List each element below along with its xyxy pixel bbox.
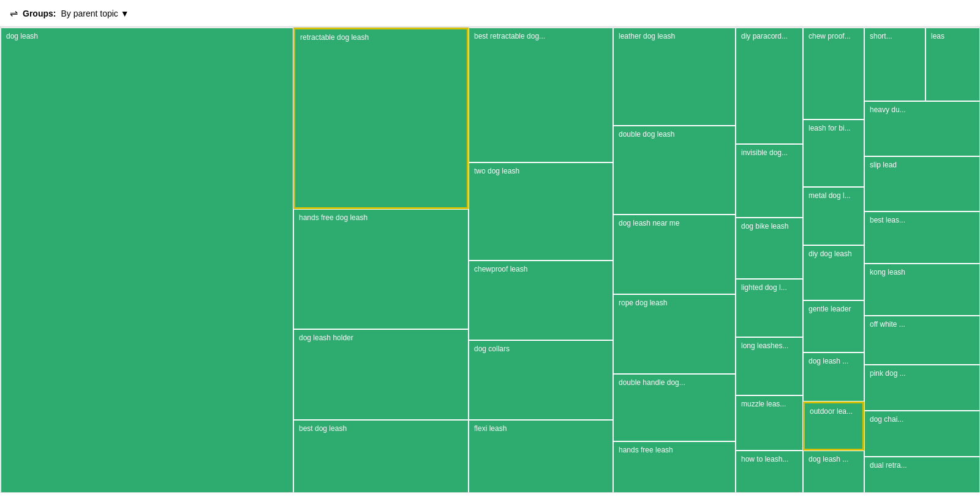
cell-label-diy-paracord: diy paracord... (741, 32, 797, 40)
cell-label-best-leas: best leas... (870, 216, 975, 224)
dropdown-arrow-icon: ▼ (121, 9, 129, 18)
cell-label-leas: leas (931, 32, 975, 40)
treemap-cell-double-dog-leash[interactable]: double dog leash (613, 126, 736, 215)
treemap-cell-dual-retra[interactable]: dual retra... (864, 457, 980, 493)
cell-label-flexi-leash: flexi leash (474, 424, 608, 433)
filter-icon: ⇌ (10, 7, 18, 19)
treemap-cell-hands-free-leash[interactable]: hands free leash (613, 441, 736, 493)
cell-label-dog-leash-small1: dog leash ... (809, 357, 859, 365)
treemap-cell-best-dog-leash[interactable]: best dog leash (293, 420, 469, 493)
treemap-cell-two-dog-leash[interactable]: two dog leash (469, 162, 613, 261)
treemap-cell-off-white[interactable]: off white ... (864, 316, 980, 365)
cell-label-dog-leash: dog leash (6, 32, 288, 40)
treemap-cell-dog-leash-holder[interactable]: dog leash holder (293, 329, 469, 420)
treemap-cell-lighted-dog-l[interactable]: lighted dog l... (736, 279, 803, 337)
cell-label-chew-proof: chew proof... (809, 32, 859, 40)
cell-label-pink-dog: pink dog ... (870, 369, 975, 378)
cell-label-dog-collars: dog collars (474, 345, 608, 353)
treemap-cell-short[interactable]: short... (864, 28, 925, 101)
treemap-cell-slip-lead[interactable]: slip lead (864, 156, 980, 211)
groups-dropdown[interactable]: By parent topic ▼ (61, 9, 129, 18)
cell-label-double-handle-dog: double handle dog... (619, 378, 730, 387)
treemap-cell-best-retractable-dog[interactable]: best retractable dog... (469, 28, 613, 162)
treemap-cell-outdoor-lea[interactable]: outdoor lea... (803, 402, 864, 451)
cell-label-muzzle-leas: muzzle leas... (741, 400, 797, 408)
cell-label-dog-leash-holder: dog leash holder (299, 333, 463, 342)
groups-label: Groups: (23, 9, 56, 18)
treemap-cell-leash-for-bi[interactable]: leash for bi... (803, 120, 864, 187)
treemap-cell-diy-paracord[interactable]: diy paracord... (736, 28, 803, 144)
treemap-cell-rope-dog-leash[interactable]: rope dog leash (613, 294, 736, 374)
cell-label-diy-dog-leash: diy dog leash (809, 250, 859, 258)
treemap-cell-long-leashes[interactable]: long leashes... (736, 337, 803, 395)
treemap-cell-pink-dog[interactable]: pink dog ... (864, 365, 980, 411)
cell-label-kong-leash: kong leash (870, 268, 975, 276)
cell-label-outdoor-lea: outdoor lea... (810, 407, 858, 416)
cell-label-dual-retra: dual retra... (870, 461, 975, 470)
treemap-cell-leas[interactable]: leas (925, 28, 980, 101)
cell-label-dog-chai: dog chai... (870, 415, 975, 424)
treemap-cell-best-leas[interactable]: best leas... (864, 211, 980, 264)
cell-label-double-dog-leash: double dog leash (619, 130, 730, 139)
cell-label-two-dog-leash: two dog leash (474, 167, 608, 175)
treemap-cell-diy-dog-leash[interactable]: diy dog leash (803, 245, 864, 300)
cell-label-long-leashes: long leashes... (741, 341, 797, 350)
cell-label-best-dog-leash: best dog leash (299, 424, 463, 433)
treemap-cell-hands-free-dog-leash[interactable]: hands free dog leash (293, 209, 469, 329)
cell-label-heavy-du: heavy du... (870, 105, 975, 114)
treemap-cell-flexi-leash[interactable]: flexi leash (469, 420, 613, 493)
treemap-cell-heavy-du[interactable]: heavy du... (864, 101, 980, 156)
treemap-cell-invisible-dog[interactable]: invisible dog... (736, 144, 803, 218)
treemap-cell-dog-chai[interactable]: dog chai... (864, 411, 980, 457)
treemap-cell-gentle-leader[interactable]: gentle leader (803, 300, 864, 352)
cell-label-slip-lead: slip lead (870, 161, 975, 169)
treemap-cell-how-to-leash[interactable]: how to leash... (736, 451, 803, 493)
groups-value: By parent topic (61, 9, 118, 18)
cell-label-lighted-dog-l: lighted dog l... (741, 283, 797, 292)
treemap-cell-dog-leash[interactable]: dog leash (1, 28, 293, 493)
treemap-cell-dog-leash-near-me[interactable]: dog leash near me (613, 215, 736, 294)
cell-label-gentle-leader: gentle leader (809, 305, 859, 313)
treemap-cell-muzzle-leas[interactable]: muzzle leas... (736, 395, 803, 451)
cell-label-short: short... (870, 32, 920, 40)
cell-label-dog-leash-near-me: dog leash near me (619, 219, 730, 227)
header: ⇌ Groups: By parent topic ▼ (0, 0, 980, 27)
cell-label-retractable-dog-leash: retractable dog leash (300, 33, 462, 42)
treemap-cell-double-handle-dog[interactable]: double handle dog... (613, 374, 736, 441)
cell-label-off-white: off white ... (870, 320, 975, 329)
treemap-cell-dog-collars[interactable]: dog collars (469, 340, 613, 420)
cell-label-dog-bike-leash: dog bike leash (741, 222, 797, 230)
cell-label-dog-leash-small2: dog leash ... (809, 455, 859, 463)
treemap-cell-metal-dog-l[interactable]: metal dog l... (803, 187, 864, 245)
treemap-cell-kong-leash[interactable]: kong leash (864, 264, 980, 316)
cell-label-hands-free-leash: hands free leash (619, 446, 730, 454)
cell-label-leather-dog-leash: leather dog leash (619, 32, 730, 40)
cell-label-how-to-leash: how to leash... (741, 455, 797, 463)
cell-label-invisible-dog: invisible dog... (741, 148, 797, 157)
treemap-cell-chewproof-leash[interactable]: chewproof leash (469, 261, 613, 340)
treemap-cell-dog-bike-leash[interactable]: dog bike leash (736, 218, 803, 279)
treemap-cell-chew-proof[interactable]: chew proof... (803, 28, 864, 120)
treemap-cell-dog-leash-small1[interactable]: dog leash ... (803, 352, 864, 402)
treemap-cell-retractable-dog-leash[interactable]: retractable dog leash (293, 28, 469, 209)
cell-label-metal-dog-l: metal dog l... (809, 191, 859, 200)
cell-label-rope-dog-leash: rope dog leash (619, 299, 730, 307)
treemap-cell-dog-leash-small2[interactable]: dog leash ... (803, 451, 864, 493)
cell-label-chewproof-leash: chewproof leash (474, 265, 608, 273)
cell-label-leash-for-bi: leash for bi... (809, 124, 859, 132)
cell-label-hands-free-dog-leash: hands free dog leash (299, 213, 463, 222)
treemap-cell-leather-dog-leash[interactable]: leather dog leash (613, 28, 736, 126)
treemap-container: dog leashretractable dog leashhands free… (0, 27, 980, 493)
cell-label-best-retractable-dog: best retractable dog... (474, 32, 608, 40)
